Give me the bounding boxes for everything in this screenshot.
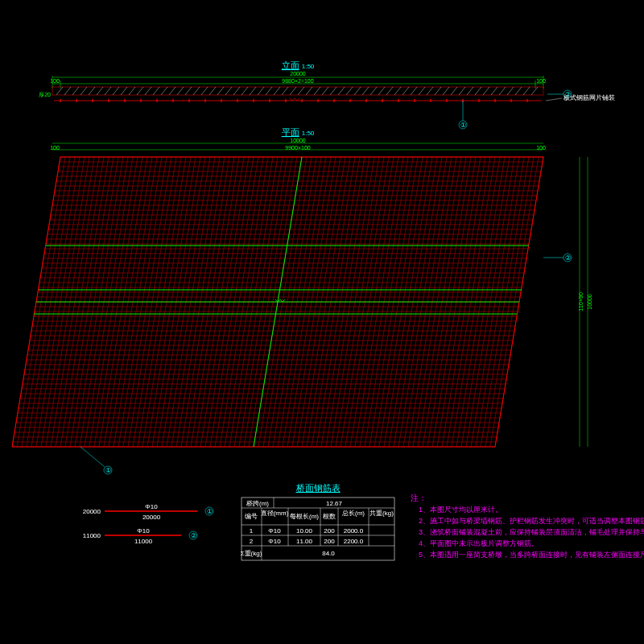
svg-line-45 <box>330 87 336 95</box>
svg-line-288 <box>80 447 105 467</box>
svg-line-12 <box>64 87 71 95</box>
svg-line-14 <box>80 87 87 95</box>
svg-text:桥跨(m): 桥跨(m) <box>246 500 269 507</box>
svg-line-69 <box>523 87 530 95</box>
svg-line-23 <box>153 87 159 95</box>
svg-line-59 <box>443 87 449 95</box>
svg-line-46 <box>338 87 345 95</box>
svg-text:②: ② <box>191 532 196 539</box>
svg-line-109 <box>546 98 562 101</box>
svg-text:Φ10: Φ10 <box>145 503 158 510</box>
svg-line-16 <box>97 87 103 95</box>
svg-line-51 <box>378 87 385 95</box>
svg-line-42 <box>306 87 312 95</box>
svg-line-43 <box>314 87 320 95</box>
svg-line-34 <box>242 87 248 95</box>
notes: 注： 1、本图尺寸均以厘米计。 2、施工中如与桥梁墙钢筋、护栏钢筋发生冲突时，可… <box>411 493 644 559</box>
svg-line-67 <box>507 87 514 95</box>
svg-text:20000: 20000 <box>290 71 306 76</box>
svg-line-52 <box>386 87 393 95</box>
svg-text:10000: 10000 <box>587 294 592 310</box>
svg-text:编号: 编号 <box>245 513 258 520</box>
plan-grid: ① ② <box>12 157 572 474</box>
rebar-table: 桥面钢筋表 桥跨(m) 12.67 编号 直径(mm) 每根长(m) 根数 总长… <box>241 483 394 560</box>
svg-text:Φ10: Φ10 <box>268 527 281 535</box>
elevation-dims: 20000 9880×2=100 100 100 <box>50 71 546 89</box>
svg-text:厚20: 厚20 <box>39 92 51 97</box>
legend-bars: Φ10 20000 ① Φ10 11000 ② 20000 11000 <box>83 503 213 545</box>
svg-line-24 <box>161 87 167 95</box>
svg-text:注：: 注： <box>411 493 427 502</box>
svg-line-31 <box>217 87 224 95</box>
svg-text:Φ10: Φ10 <box>268 538 281 545</box>
svg-text:2200.0: 2200.0 <box>344 538 364 545</box>
svg-line-28 <box>193 87 200 95</box>
svg-line-63 <box>475 87 481 95</box>
svg-line-38 <box>274 87 280 95</box>
svg-line-47 <box>346 87 353 95</box>
svg-line-39 <box>282 87 288 95</box>
svg-text:84.0: 84.0 <box>322 550 335 557</box>
svg-line-40 <box>290 87 296 95</box>
svg-line-66 <box>499 87 506 95</box>
svg-line-65 <box>491 87 497 95</box>
svg-text:11000: 11000 <box>134 538 153 545</box>
svg-text:1: 1 <box>250 527 254 535</box>
svg-text:9900×100: 9900×100 <box>285 145 310 151</box>
svg-text:Φ10: Φ10 <box>137 527 150 535</box>
svg-text:100: 100 <box>536 78 546 84</box>
svg-line-54 <box>402 87 409 95</box>
svg-text:①: ① <box>207 508 213 515</box>
svg-text:10000: 10000 <box>290 138 306 143</box>
svg-line-18 <box>113 87 119 95</box>
svg-line-56 <box>419 87 425 95</box>
svg-line-55 <box>411 87 417 95</box>
svg-text:100: 100 <box>50 145 60 151</box>
svg-line-21 <box>137 87 143 95</box>
svg-line-19 <box>121 87 127 95</box>
svg-line-30 <box>209 87 216 95</box>
svg-text:9880×2=100: 9880×2=100 <box>282 78 313 84</box>
svg-line-15 <box>89 87 95 95</box>
svg-text:Σ重(kg): Σ重(kg) <box>241 550 262 557</box>
plan-title: 平面 1:50 <box>282 127 315 137</box>
svg-line-60 <box>451 87 457 95</box>
svg-text:100: 100 <box>536 145 546 151</box>
svg-text:总长(m): 总长(m) <box>341 510 365 517</box>
svg-text:100: 100 <box>50 78 60 84</box>
svg-line-27 <box>185 87 192 95</box>
svg-line-62 <box>467 87 473 95</box>
svg-text:①: ① <box>460 122 466 129</box>
svg-line-70 <box>531 87 538 95</box>
svg-text:4、平面图中未示出板片调整方钢筋。: 4、平面图中未示出板片调整方钢筋。 <box>419 539 539 547</box>
svg-text:110×90: 110×90 <box>578 292 584 312</box>
svg-line-50 <box>370 87 377 95</box>
svg-text:②: ② <box>565 254 571 262</box>
svg-text:2000.0: 2000.0 <box>344 527 364 535</box>
svg-text:3、浇筑桥面铺装混凝土前，应保持铺装层顶面清洁，铺毛处理并保: 3、浇筑桥面铺装混凝土前，应保持铺装层顶面清洁，铺毛处理并保持与混凝土的粘合。 <box>419 528 644 536</box>
svg-text:1、本图尺寸均以厘米计。: 1、本图尺寸均以厘米计。 <box>419 506 502 514</box>
svg-line-33 <box>233 87 240 95</box>
svg-rect-10 <box>52 87 543 95</box>
svg-line-61 <box>459 87 465 95</box>
svg-line-20 <box>129 87 135 95</box>
svg-text:200: 200 <box>324 538 335 545</box>
svg-line-13 <box>72 87 79 95</box>
svg-line-49 <box>362 87 369 95</box>
svg-text:10.00: 10.00 <box>296 527 313 535</box>
svg-text:直径(mm): 直径(mm) <box>261 510 289 517</box>
svg-text:根数: 根数 <box>323 513 336 520</box>
svg-text:200: 200 <box>324 527 335 535</box>
svg-line-36 <box>258 87 264 95</box>
svg-text:20000: 20000 <box>83 508 101 515</box>
svg-line-64 <box>483 87 489 95</box>
svg-text:20000: 20000 <box>142 514 161 521</box>
svg-text:板式钢筋网片铺装: 板式钢筋网片铺装 <box>563 94 615 101</box>
svg-text:2、施工中如与桥梁墙钢筋、护栏钢筋发生冲突时，可适当调整本图: 2、施工中如与桥梁墙钢筋、护栏钢筋发生冲突时，可适当调整本图钢筋。 <box>419 517 644 525</box>
svg-line-26 <box>177 87 184 95</box>
svg-line-29 <box>201 87 208 95</box>
svg-text:12.67: 12.67 <box>326 500 343 507</box>
svg-line-25 <box>169 87 175 95</box>
svg-line-48 <box>354 87 361 95</box>
svg-text:2: 2 <box>250 538 254 545</box>
